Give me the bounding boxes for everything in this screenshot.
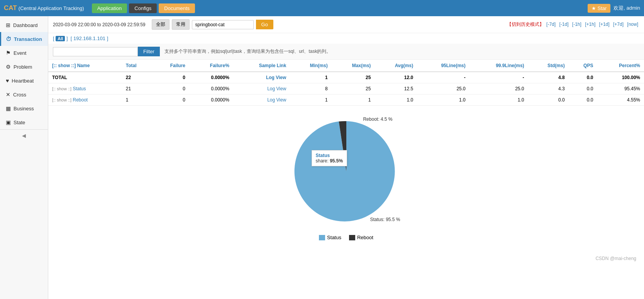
filter-button[interactable]: Filter xyxy=(138,47,160,56)
name-link[interactable]: Reboot xyxy=(73,97,88,103)
time-links: 【切到历史模式】 [-7d] [-1d] [-1h] [+1h] [+1d] [… xyxy=(507,21,639,28)
all-button[interactable]: 全部 xyxy=(152,19,169,30)
name-link[interactable]: Status xyxy=(73,86,86,91)
brand-cat: CAT xyxy=(4,4,17,12)
toolbar: 2020-03-09 22:00:00 to 2020-03-09 22:59:… xyxy=(48,16,644,33)
cell-95line: 25.0 xyxy=(417,83,469,95)
cell-total: 1 xyxy=(122,95,152,106)
transaction-icon: ⏱ xyxy=(6,36,11,42)
cell-total: 22 xyxy=(122,72,152,83)
search-input[interactable] xyxy=(192,20,254,29)
cell-failure-pct: 0.0000% xyxy=(189,83,233,95)
th-failure-pct: Failure% xyxy=(189,60,233,72)
cell-name: [:: show ::] Status xyxy=(48,83,122,95)
table-row: [:: show ::] Status2100.0000%Log View825… xyxy=(48,83,644,95)
table-header-row: [:: show ::] Name Total Failure Failure%… xyxy=(48,60,644,72)
log-view-link[interactable]: Log View xyxy=(267,86,286,91)
th-95line: 95Line(ms) xyxy=(417,60,469,72)
log-view-link[interactable]: Log View xyxy=(266,75,286,80)
brand-logo: CAT (Central Application Tracking) xyxy=(4,4,84,12)
cell-std: 0.0 xyxy=(528,95,569,106)
cell-avg: 1.0 xyxy=(375,95,417,106)
sidebar-label-business: Business xyxy=(14,106,34,111)
sidebar-item-dashboard[interactable]: ⊞ Dashboard xyxy=(0,18,48,32)
chart-area: Status share: 95.5% Reboot: 4.5 % Status… xyxy=(48,106,644,252)
cell-99line: - xyxy=(469,72,528,83)
log-view-link[interactable]: Log View xyxy=(267,97,286,103)
sidebar-item-business[interactable]: ▦ Business xyxy=(0,101,48,115)
time-link-minus1h[interactable]: [-1h] xyxy=(572,22,581,27)
ip-link[interactable]: 192.168.1.101 xyxy=(73,35,105,41)
time-link-minus7d[interactable]: [-7d] xyxy=(546,22,556,27)
all-badge[interactable]: All xyxy=(56,36,65,41)
problem-icon: ⚙ xyxy=(6,64,11,70)
show-link[interactable]: [:: show ::] xyxy=(52,86,71,91)
cell-sample: Log View xyxy=(233,95,290,106)
th-avg: Avg(ms) xyxy=(375,60,417,72)
tooltip-value: share: 95.5% xyxy=(316,158,343,164)
sidebar: ⊞ Dashboard ⏱ Transaction ⚑ Event ⚙ Prob… xyxy=(0,16,48,299)
heartbeat-icon: ♥ xyxy=(6,78,9,84)
th-std: Std(ms) xyxy=(528,60,569,72)
cell-min: 8 xyxy=(290,83,331,95)
show-link[interactable]: [:: show ::] xyxy=(52,98,71,102)
top-navigation: CAT (Central Application Tracking) Appli… xyxy=(0,0,644,16)
star-button[interactable]: ★ Star xyxy=(588,4,610,13)
content-area: 2020-03-09 22:00:00 to 2020-03-09 22:59:… xyxy=(48,16,644,299)
configs-button[interactable]: Configs xyxy=(129,3,157,13)
top-right-area: ★ Star 欢迎, admin xyxy=(588,4,640,13)
tooltip-title: Status xyxy=(316,153,343,158)
welcome-text: 欢迎, admin xyxy=(613,5,640,12)
common-button[interactable]: 常用 xyxy=(172,19,190,30)
cell-99line: 1.0 xyxy=(469,95,528,106)
documents-button[interactable]: Documents xyxy=(159,3,195,13)
time-link-plus7d[interactable]: [+7d] xyxy=(613,22,624,27)
cell-failure: 0 xyxy=(152,83,190,95)
business-icon: ▦ xyxy=(6,105,11,111)
sidebar-collapse-button[interactable]: ◀ xyxy=(0,129,48,142)
time-link-now[interactable]: [now] xyxy=(627,22,638,27)
sidebar-item-cross[interactable]: ✕ Cross xyxy=(0,88,48,101)
pie-label-status: Status: 95.5 % xyxy=(370,217,400,222)
time-link-plus1d[interactable]: [+1d] xyxy=(599,22,610,27)
cell-sample: Log View xyxy=(233,72,290,83)
sidebar-label-heartbeat: Heartbeat xyxy=(12,78,34,84)
history-mode-label: 【切到历史模式】 xyxy=(507,22,544,27)
cell-qps: 0.0 xyxy=(569,83,597,95)
cell-avg: 12.0 xyxy=(375,72,417,83)
cell-max: 25 xyxy=(332,72,375,83)
cell-percent: 95.45% xyxy=(597,83,644,95)
cell-percent: 4.55% xyxy=(597,95,644,106)
go-button[interactable]: Go xyxy=(256,20,273,29)
main-layout: ⊞ Dashboard ⏱ Transaction ⚑ Event ⚙ Prob… xyxy=(0,16,644,299)
sidebar-item-event[interactable]: ⚑ Event xyxy=(0,46,48,60)
sidebar-label-dashboard: Dashboard xyxy=(13,22,38,28)
table-row: [:: show ::] Reboot100.0000%Log View111.… xyxy=(48,95,644,106)
show-name-header: [:: show ::] Name xyxy=(52,63,90,68)
th-total: Total xyxy=(122,60,152,72)
cell-std: 4.3 xyxy=(528,83,569,95)
cell-total: 21 xyxy=(122,83,152,95)
cell-min: 1 xyxy=(290,72,331,83)
time-link-plus1h[interactable]: [+1h] xyxy=(585,22,595,27)
time-link-minus1d[interactable]: [-1d] xyxy=(559,22,568,27)
th-sample-link: Sample Link xyxy=(233,60,290,72)
th-percent: Percent% xyxy=(597,60,644,72)
sidebar-item-heartbeat[interactable]: ♥ Heartbeat xyxy=(0,74,48,88)
application-button[interactable]: Application xyxy=(92,3,127,13)
cell-std: 4.8 xyxy=(528,72,569,83)
filter-input[interactable] xyxy=(53,47,138,56)
table-row: TOTAL2200.0000%Log View12512.0--4.80.010… xyxy=(48,72,644,83)
sidebar-item-transaction[interactable]: ⏱ Transaction xyxy=(0,32,48,46)
cell-name: TOTAL xyxy=(48,72,122,83)
sidebar-item-problem[interactable]: ⚙ Problem xyxy=(0,60,48,74)
sidebar-label-problem: Problem xyxy=(14,64,32,70)
legend-reboot: Reboot xyxy=(349,235,373,240)
th-99line: 99.9Line(ms) xyxy=(469,60,528,72)
pie-chart: Status share: 95.5% Reboot: 4.5 % Status… xyxy=(288,113,404,229)
pie-label-reboot: Reboot: 4.5 % xyxy=(363,117,392,122)
sidebar-item-state[interactable]: ▣ State xyxy=(0,115,48,129)
cell-max: 25 xyxy=(332,83,375,95)
sidebar-label-state: State xyxy=(14,120,25,125)
filter-hint: 支持多个字符串查询，例如sql|url|task，查询结果为包含任一sql、ur… xyxy=(164,48,331,55)
